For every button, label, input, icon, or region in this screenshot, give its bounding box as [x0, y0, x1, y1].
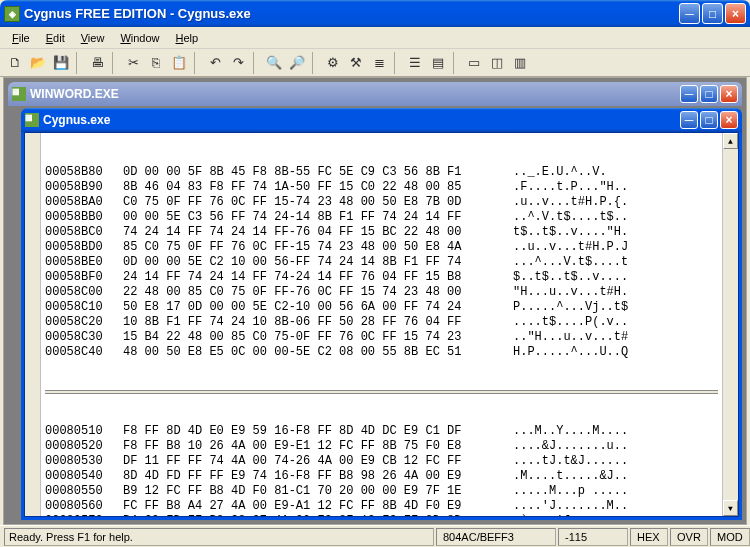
hex-row[interactable]: 00080520F8 FF B8 10 26 4A 00 E9-E1 12 FC…	[45, 439, 718, 454]
hex-row[interactable]: 00080550B9 12 FC FF B8 4D F0 81-C1 70 20…	[45, 484, 718, 499]
tool3-button[interactable]: ≣	[368, 52, 390, 74]
hex-ascii[interactable]: ...M..Y....M....	[513, 424, 718, 439]
hex-row[interactable]: 00058BE00D 00 00 5E C2 10 00 56-FF 74 24…	[45, 255, 718, 270]
hex-ascii[interactable]: ....'J.......M..	[513, 499, 718, 514]
hex-bytes[interactable]: 15 B4 22 48 00 85 C0 75-0F FF 76 0C FF 1…	[123, 330, 513, 345]
hex-editor[interactable]: 00058B800D 00 00 5F 8B 45 F8 8B-55 FC 5E…	[24, 132, 739, 517]
hex-bytes[interactable]: 50 E8 17 0D 00 00 5E C2-10 00 56 6A 00 F…	[123, 300, 513, 315]
mdi-min-button[interactable]: ─	[680, 85, 698, 103]
hex-row[interactable]: 00058BA0C0 75 0F FF 76 0C FF 15-74 23 48…	[45, 195, 718, 210]
hex-bytes[interactable]: B9 12 FC FF B8 4D F0 81-C1 70 20 00 00 E…	[123, 484, 513, 499]
hex-bytes[interactable]: 8D 4D FD FF FF E9 74 16-F8 FF B8 98 26 4…	[123, 469, 513, 484]
hex-row[interactable]: 00058BF024 14 FF 74 24 14 FF 74-24 14 FF…	[45, 270, 718, 285]
hex-bytes[interactable]: C0 75 0F FF 76 0C FF 15-74 23 48 00 50 E…	[123, 195, 513, 210]
hex-ascii[interactable]: .M....t.....&J..	[513, 469, 718, 484]
open-button[interactable]: 📂	[27, 52, 49, 74]
hex-ascii[interactable]: .`....'J........	[513, 514, 718, 516]
hex-row[interactable]: 00080570B4 60 FD FF B8 C8 27 4A-00 E9 8F…	[45, 514, 718, 516]
hex-area[interactable]: 00058B800D 00 00 5F 8B 45 F8 8B-55 FC 5E…	[41, 133, 722, 516]
save-button[interactable]: 💾	[50, 52, 72, 74]
hex-ascii[interactable]: .._.E.U.^..V.	[513, 165, 718, 180]
hex-ascii[interactable]: t$..t$..v...."H.	[513, 225, 718, 240]
menu-edit[interactable]: Edit	[38, 29, 73, 47]
mdi-close-button[interactable]: ×	[720, 85, 738, 103]
cascade-button[interactable]: ▥	[509, 52, 531, 74]
copy-button[interactable]: ⎘	[145, 52, 167, 74]
hex-ascii[interactable]: ....tJ.t&J......	[513, 454, 718, 469]
menu-window[interactable]: Window	[112, 29, 167, 47]
mdi-window-inactive[interactable]: ▦ WINWORD.EXE ─ □ ×	[8, 82, 742, 106]
hex-row[interactable]: 00058C0022 48 00 85 C0 75 0F FF-76 0C FF…	[45, 285, 718, 300]
hex-row[interactable]: 00058C4048 00 50 E8 E5 0C 00 00-5E C2 08…	[45, 345, 718, 360]
hex-bytes[interactable]: 00 00 5E C3 56 FF 74 24-14 8B F1 FF 74 2…	[123, 210, 513, 225]
hex-bytes[interactable]: DF 11 FF FF 74 4A 00 74-26 4A 00 E9 CB 1…	[123, 454, 513, 469]
hex-bytes[interactable]: 74 24 14 FF 74 24 14 FF-76 04 FF 15 BC 2…	[123, 225, 513, 240]
cut-button[interactable]: ✂	[122, 52, 144, 74]
hex-ascii[interactable]: .u..v...t#H.P.{.	[513, 195, 718, 210]
hex-ascii[interactable]: ...^...V.t$....t	[513, 255, 718, 270]
menu-view[interactable]: View	[73, 29, 113, 47]
hex-row[interactable]: 00058C3015 B4 22 48 00 85 C0 75-0F FF 76…	[45, 330, 718, 345]
split-divider[interactable]	[45, 390, 718, 394]
hex-bytes[interactable]: 22 48 00 85 C0 75 0F FF-76 0C FF 15 74 2…	[123, 285, 513, 300]
hex-ascii[interactable]: ..u..v...t#H.P.J	[513, 240, 718, 255]
menu-file[interactable]: File	[4, 29, 38, 47]
mdi-active-titlebar[interactable]: ▦ Cygnus.exe ─ □ ×	[21, 108, 742, 132]
hex-ascii[interactable]: "H...u..v...t#H.	[513, 285, 718, 300]
hex-ascii[interactable]: .."H...u..v...t#	[513, 330, 718, 345]
redo-button[interactable]: ↷	[227, 52, 249, 74]
mdi-close-button[interactable]: ×	[720, 111, 738, 129]
hex-bytes[interactable]: 0D 00 00 5E C2 10 00 56-FF 74 24 14 8B F…	[123, 255, 513, 270]
find-button[interactable]: 🔍	[263, 52, 285, 74]
hex-bytes[interactable]: F8 FF 8D 4D E0 E9 59 16-F8 FF 8D 4D DC E…	[123, 424, 513, 439]
hex-ascii[interactable]: H.P.....^...U..Q	[513, 345, 718, 360]
menu-help[interactable]: Help	[168, 29, 207, 47]
hex-ascii[interactable]: .....M...p .....	[513, 484, 718, 499]
hex-bytes[interactable]: 8B 46 04 83 F8 FF 74 1A-50 FF 15 C0 22 4…	[123, 180, 513, 195]
hex-row[interactable]: 00080560FC FF B8 A4 27 4A 00 E9-A1 12 FC…	[45, 499, 718, 514]
hex-ascii[interactable]: ....&J.......u..	[513, 439, 718, 454]
tile-v-button[interactable]: ◫	[486, 52, 508, 74]
hex-bytes[interactable]: 85 C0 75 0F FF 76 0C FF-15 74 23 48 00 5…	[123, 240, 513, 255]
hex-bytes[interactable]: 48 00 50 E8 E5 0C 00 00-5E C2 08 00 55 8…	[123, 345, 513, 360]
mdi-min-button[interactable]: ─	[680, 111, 698, 129]
scroll-down-button[interactable]: ▼	[723, 500, 738, 516]
hex-row[interactable]: 000805408D 4D FD FF FF E9 74 16-F8 FF B8…	[45, 469, 718, 484]
hex-ascii[interactable]: ....t$....P(.v..	[513, 315, 718, 330]
hex-row[interactable]: 00058B800D 00 00 5F 8B 45 F8 8B-55 FC 5E…	[45, 165, 718, 180]
close-button[interactable]: ×	[725, 3, 746, 24]
hex-row[interactable]: 00058C1050 E8 17 0D 00 00 5E C2-10 00 56…	[45, 300, 718, 315]
hex-row[interactable]: 00080530DF 11 FF FF 74 4A 00 74-26 4A 00…	[45, 454, 718, 469]
hex-row[interactable]: 00058C2010 8B F1 FF 74 24 10 8B-06 FF 50…	[45, 315, 718, 330]
paste-button[interactable]: 📋	[168, 52, 190, 74]
hex-bytes[interactable]: F8 FF B8 10 26 4A 00 E9-E1 12 FC FF 8B 7…	[123, 439, 513, 454]
mdi-max-button[interactable]: □	[700, 85, 718, 103]
new-button[interactable]: 🗋	[4, 52, 26, 74]
tool1-button[interactable]: ⚙	[322, 52, 344, 74]
hex-row[interactable]: 00058BC074 24 14 FF 74 24 14 FF-76 04 FF…	[45, 225, 718, 240]
undo-button[interactable]: ↶	[204, 52, 226, 74]
hex-bytes[interactable]: 24 14 FF 74 24 14 FF 74-24 14 FF 76 04 F…	[123, 270, 513, 285]
findnext-button[interactable]: 🔎	[286, 52, 308, 74]
vscrollbar[interactable]: ▲ ▼	[722, 133, 738, 516]
hex-row[interactable]: 00058B908B 46 04 83 F8 FF 74 1A-50 FF 15…	[45, 180, 718, 195]
hex-bytes[interactable]: B4 60 FD FF B8 C8 27 4A-00 E9 8F 12 FC F…	[123, 514, 513, 516]
print-button[interactable]: 🖶	[86, 52, 108, 74]
hex-ascii[interactable]: ..^.V.t$....t$..	[513, 210, 718, 225]
tool4-button[interactable]: ☰	[404, 52, 426, 74]
hex-bytes[interactable]: FC FF B8 A4 27 4A 00 E9-A1 12 FC FF 8B 4…	[123, 499, 513, 514]
minimize-button[interactable]: ─	[679, 3, 700, 24]
tool5-button[interactable]: ▤	[427, 52, 449, 74]
hex-ascii[interactable]: $..t$..t$..v....	[513, 270, 718, 285]
hex-row[interactable]: 00058BD085 C0 75 0F FF 76 0C FF-15 74 23…	[45, 240, 718, 255]
tile-h-button[interactable]: ▭	[463, 52, 485, 74]
maximize-button[interactable]: □	[702, 3, 723, 24]
hex-ascii[interactable]: P.....^...Vj..t$	[513, 300, 718, 315]
hex-row[interactable]: 00058BB000 00 5E C3 56 FF 74 24-14 8B F1…	[45, 210, 718, 225]
mdi-max-button[interactable]: □	[700, 111, 718, 129]
hex-bytes[interactable]: 10 8B F1 FF 74 24 10 8B-06 FF 50 28 FF 7…	[123, 315, 513, 330]
hex-bytes[interactable]: 0D 00 00 5F 8B 45 F8 8B-55 FC 5E C9 C3 5…	[123, 165, 513, 180]
hex-ascii[interactable]: .F....t.P..."H..	[513, 180, 718, 195]
tool2-button[interactable]: ⚒	[345, 52, 367, 74]
hex-row[interactable]: 00080510F8 FF 8D 4D E0 E9 59 16-F8 FF 8D…	[45, 424, 718, 439]
